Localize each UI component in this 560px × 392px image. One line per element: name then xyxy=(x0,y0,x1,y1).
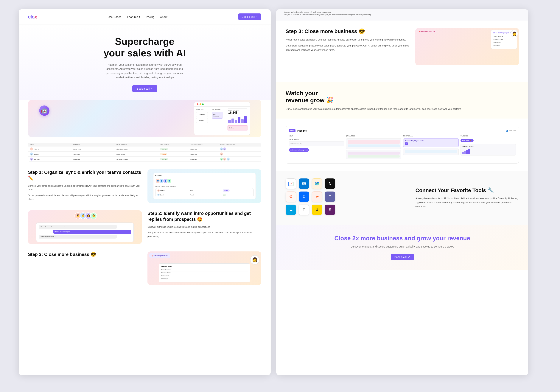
slack-icon: S xyxy=(325,205,335,215)
revenue-title-line1: Watch your xyxy=(286,90,318,97)
mockup-top-bar xyxy=(194,102,250,107)
hero-description: Augment your customer acquisition journe… xyxy=(105,63,184,80)
salesforce-icon: ☁ xyxy=(286,205,296,215)
avatar: B xyxy=(30,152,33,155)
table-row: AAlice M. Acme Corp alice@acme.com ✓ Syn… xyxy=(28,147,261,151)
hero-title-line2: your sales with AI xyxy=(104,48,186,59)
avatar: C xyxy=(30,158,33,161)
contact-name: Harry Boone xyxy=(289,138,344,140)
pipeline-card-closing: Revenue Growth xyxy=(460,144,516,155)
highlight-item: Client Needs xyxy=(493,41,515,44)
pipeline-section: clox Pipeline 👤 John Doe New Harry Boone… xyxy=(286,126,519,163)
pipeline-col-proposal: Proposal Sales call highlights ready ✕ xyxy=(403,135,459,160)
expand-dot xyxy=(202,103,204,105)
notion-icon: N xyxy=(325,179,335,189)
pipeline-card: Outreach pending xyxy=(289,141,344,146)
nav-pricing[interactable]: Pricing xyxy=(146,15,155,19)
avatar: C xyxy=(223,148,226,151)
step3-right-image: Sales call highlights ready Client Overv… xyxy=(415,28,519,65)
bar xyxy=(464,151,466,154)
hero-book-call-button[interactable]: Book a call ↗ xyxy=(132,85,157,92)
qualified-col: Qualified Deal Alpha Deal Beta xyxy=(194,107,210,135)
logo: clox xyxy=(28,14,37,20)
left-panel: clox Use Cases Features ▾ Pricing About … xyxy=(19,9,271,375)
step1-image: Contacts 👤 👤 👤 👤 Synced from Gmail & Cal… xyxy=(148,169,261,203)
chevron-down-icon: ▾ xyxy=(139,15,140,19)
person-icon: 👩 xyxy=(510,30,518,37)
mockup-body: Qualified Deal Alpha Deal Beta Proposal … xyxy=(194,107,250,135)
deal-card-1: Deal Alpha xyxy=(196,112,208,117)
step2-para1: Discover authentic emails, contact info … xyxy=(148,225,261,229)
status-badge: Warm xyxy=(223,189,230,192)
nav-use-cases[interactable]: Use Cases xyxy=(108,15,121,19)
step2-text: Step 2: Identify warm intro opportunitie… xyxy=(148,210,261,240)
auto-follow-badge: Automate follow up sent xyxy=(289,148,309,152)
person-avatars: 👤 👤 👤 👤 xyxy=(155,178,254,183)
svg-rect-0 xyxy=(288,182,289,186)
pipeline-logo: clox xyxy=(289,129,296,132)
deal-card-3: Deal Gamma xyxy=(212,112,223,119)
step3-image-left: 🎯 Marketing sales call 👩 Meeting notes C… xyxy=(148,251,261,285)
revenue-growth-label: Revenue Growth xyxy=(462,145,514,147)
bottom-book-call-button[interactable]: Book a call ↗ xyxy=(391,254,414,261)
integrations-desc: Already have a favorite tool? No problem… xyxy=(415,196,519,209)
pipeline-card-p2 xyxy=(403,148,459,155)
pencil-icon xyxy=(28,176,34,181)
right-panel-scroll[interactable]: Discover authentic emails, contact info … xyxy=(276,9,528,375)
bar xyxy=(468,149,470,154)
step2-para2: Ask your AI assistant to craft custom in… xyxy=(148,231,261,238)
step3-text-left: Step 3: Close more business 😎 xyxy=(28,251,142,260)
bar xyxy=(466,150,468,154)
zapier-icon: ✳ xyxy=(312,191,322,202)
bar-5 xyxy=(241,119,244,123)
step1-row: Step 1: Organize, sync & enrich your tea… xyxy=(28,169,261,203)
gmail-icon xyxy=(286,179,296,189)
bar xyxy=(462,152,464,154)
hubspot-icon: ⚙ xyxy=(286,191,296,202)
avatar: B xyxy=(220,148,223,151)
chat-message-2: Thanks for reaching out! xyxy=(53,230,131,234)
outlook-icon: 📧 xyxy=(299,179,309,189)
meeting-tag: 🎯 Marketing sales call xyxy=(417,30,437,33)
watch-revenue-text: Watch your revenue grow 🎉 Our AI assista… xyxy=(286,90,519,111)
nav-features[interactable]: Features ▾ xyxy=(127,15,140,19)
close-dot xyxy=(197,103,199,105)
contact-list-mockup: Name Company Email address Sync status L… xyxy=(28,143,261,162)
highlight-item: Revenue Goals xyxy=(493,38,515,41)
top-scroll-text1: Discover authentic emails, contact info … xyxy=(284,11,521,13)
avatar: 👨 xyxy=(90,212,97,219)
table-row: BBob K. TechCo Hot xyxy=(156,193,253,197)
bar-1 xyxy=(228,120,231,123)
note-item: Challenges xyxy=(161,277,248,280)
avatar: F xyxy=(223,158,226,161)
close-icon: ✕ xyxy=(405,142,408,145)
avatar: 👤 xyxy=(167,178,172,183)
typeform-icon: T xyxy=(299,205,309,215)
pipeline-card-q1 xyxy=(346,138,401,149)
integration-icons: 📧 🗺️ N ⚙ xyxy=(286,179,410,218)
logo-text: clo xyxy=(28,14,35,20)
revenue-title-line2: revenue grow 🎉 xyxy=(286,97,334,104)
mini-contact-list: AAlice M. Acme Warm BBob K. TechCo Hot xyxy=(155,188,254,197)
nav-book-call-button[interactable]: Book a call ↗ xyxy=(238,13,261,20)
minimize-dot xyxy=(200,103,201,105)
pipeline-header: clox Pipeline 👤 John Doe xyxy=(289,129,516,132)
top-scroll-text2: Ask your AI assistant to craft custom in… xyxy=(284,14,521,16)
step2-avatars: 👩 👨 👩 👨 xyxy=(74,212,95,219)
bar-6 xyxy=(244,116,247,123)
step3-right-text: Step 3: Close more business 😎 Never fear… xyxy=(286,28,410,54)
pipeline-col: Revenue Pipeline 16,248 Hot l xyxy=(225,107,250,135)
calendly-icon: C xyxy=(299,191,309,202)
watch-revenue-title: Watch your revenue grow 🎉 xyxy=(286,90,519,104)
table-row: AAlice M. Acme Warm xyxy=(156,188,253,193)
nav-links: Use Cases Features ▾ Pricing About xyxy=(108,15,168,19)
step3-row-left: Step 3: Close more business 😎 🎯 Marketin… xyxy=(28,251,261,285)
logo-accent: x xyxy=(35,14,37,20)
note-item: Client Needs xyxy=(161,274,248,277)
watch-revenue-section: Watch your revenue grow 🎉 Our AI assista… xyxy=(276,82,528,119)
pipeline-title: Pipeline xyxy=(297,129,307,132)
nav-about[interactable]: About xyxy=(160,15,167,19)
icon-row-1: 📧 🗺️ N xyxy=(286,179,410,189)
step1-para1: Connect your email and calendar to unloc… xyxy=(28,184,142,192)
chat-message-1: Hi! I noticed we have mutual connections… xyxy=(39,225,117,229)
